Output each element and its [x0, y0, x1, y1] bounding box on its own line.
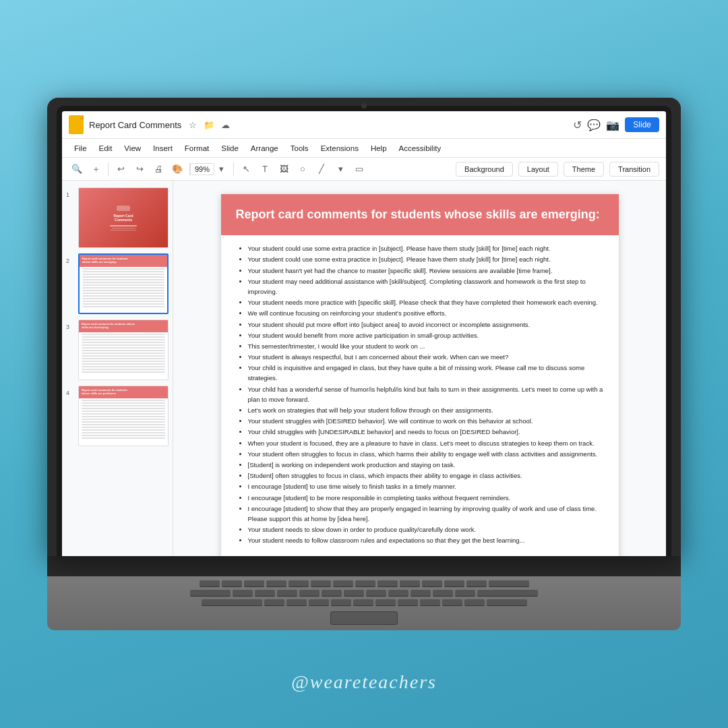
key: [366, 590, 386, 597]
camera: [361, 103, 367, 109]
menu-extensions[interactable]: Extensions: [315, 142, 364, 154]
slide-thumbnail-3[interactable]: Report card comment for students whosesk…: [78, 320, 169, 380]
cursor-btn[interactable]: ↖: [238, 161, 254, 177]
menu-view[interactable]: View: [119, 142, 146, 154]
bullet-item: Let's work on strategies that will help …: [248, 405, 604, 415]
title-bar: Report Card Comments ☆ 📁 ☁ ↺ 💬 📷 Slide: [62, 111, 666, 139]
bullet-item: Your student could use some extra practi…: [248, 243, 604, 253]
top-right-actions: ↺ 💬 📷 Slide: [573, 117, 659, 132]
bullet-item: I encourage [student] to use time wisely…: [248, 481, 604, 491]
keyboard-area: [47, 576, 681, 630]
toolbar-divider-3: [233, 162, 234, 176]
search-toolbar-btn[interactable]: 🔍: [69, 161, 85, 177]
keyboard-row-2: [67, 590, 661, 597]
bullet-item: Your student often struggles to focus in…: [248, 449, 604, 459]
key: [333, 580, 353, 587]
bullet-item: Your student could use some extra practi…: [248, 254, 604, 264]
key: [233, 590, 253, 597]
bullet-item: I encourage [student] to be more respons…: [248, 493, 604, 503]
zoom-display: 99%: [190, 163, 214, 175]
textbox-btn[interactable]: ▭: [351, 161, 367, 177]
thumb-3-header: Report card comment for students whosesk…: [82, 323, 135, 330]
menu-help[interactable]: Help: [365, 142, 392, 154]
video-icon[interactable]: 📷: [606, 119, 619, 131]
print-btn[interactable]: 🖨: [150, 161, 166, 177]
key: [388, 590, 408, 597]
zoom-dropdown-btn[interactable]: ▾: [213, 161, 229, 177]
slide-thumbnail-1[interactable]: Report CardComments: [78, 187, 169, 248]
slides-main: 1 Report CardComments: [62, 181, 666, 556]
thumb-4-header: Report card comments for studentswhose s…: [82, 389, 127, 396]
key: [286, 599, 307, 606]
paint-btn[interactable]: 🎨: [169, 161, 185, 177]
key: [442, 599, 462, 606]
menu-bar: File Edit View Insert Format Slide Arran…: [62, 139, 666, 158]
bullet-list: Your student could use some extra practi…: [236, 243, 604, 545]
text-btn[interactable]: T: [257, 161, 273, 177]
key: [377, 580, 398, 587]
key-shift-r: [487, 599, 527, 606]
slide-thumbnail-2[interactable]: Report card comments for studentswhose s…: [78, 253, 169, 314]
key: [398, 599, 418, 606]
menu-format[interactable]: Format: [179, 142, 214, 154]
toolbar-divider-1: [108, 162, 109, 176]
image-btn[interactable]: 🖼: [276, 161, 292, 177]
key: [411, 590, 431, 597]
history-icon[interactable]: ↺: [573, 119, 582, 131]
cloud-icon[interactable]: ☁: [219, 119, 231, 131]
menu-file[interactable]: File: [69, 142, 92, 154]
key: [255, 590, 275, 597]
google-slides-icon: [69, 115, 84, 134]
folder-icon[interactable]: 📁: [203, 119, 215, 131]
touchpad[interactable]: [330, 611, 398, 625]
transition-btn[interactable]: Transition: [609, 162, 659, 177]
document-title: Report Card Comments: [89, 120, 181, 130]
key: [375, 599, 396, 606]
star-icon[interactable]: ☆: [187, 119, 199, 131]
shape-btn[interactable]: ○: [295, 161, 311, 177]
key-tab: [190, 590, 231, 597]
bullet-item: [Student] often struggles to focus in cl…: [248, 471, 604, 481]
redo-btn[interactable]: ↪: [131, 161, 148, 177]
thumb-2-header: Report card comments for studentswhose s…: [82, 257, 128, 264]
laptop-screen-outer: Report Card Comments ☆ 📁 ☁ ↺ 💬 📷 Slide: [47, 98, 681, 556]
key: [344, 590, 364, 597]
key: [400, 580, 420, 587]
menu-accessibility[interactable]: Accessibility: [394, 142, 447, 154]
key-caps: [202, 599, 262, 606]
key: [444, 580, 464, 587]
bullet-item: [Student] is working on independent work…: [248, 460, 604, 470]
keyboard-row-3: [67, 599, 661, 606]
undo-btn[interactable]: ↩: [113, 161, 129, 177]
slide-thumbnail-4[interactable]: Report card comments for studentswhose s…: [78, 386, 169, 446]
zoom-in-btn[interactable]: ＋: [88, 161, 104, 177]
slide-thumb-wrap-2: 2 Report card comments for studentswhose…: [66, 253, 169, 314]
slideshow-button[interactable]: Slide: [625, 117, 659, 132]
key: [322, 590, 342, 597]
bullet-item: Your student hasn't yet had the chance t…: [248, 266, 604, 276]
background-btn[interactable]: Background: [456, 162, 513, 177]
bullet-item: Your student needs to follow classroom r…: [248, 535, 604, 545]
slide-number-3: 3: [66, 320, 74, 330]
menu-tools[interactable]: Tools: [285, 142, 314, 154]
menu-insert[interactable]: Insert: [148, 142, 178, 154]
menu-slide[interactable]: Slide: [216, 142, 244, 154]
bullet-item: Your student needs to slow down in order…: [248, 524, 604, 535]
slide-thumb-wrap-3: 3 Report card comment for students whose…: [66, 320, 169, 380]
line-btn[interactable]: ╱: [313, 161, 330, 177]
bullet-item: Your student is always respectful, but I…: [248, 352, 604, 362]
layout-btn[interactable]: Layout: [518, 162, 558, 177]
menu-edit[interactable]: Edit: [94, 142, 118, 154]
slide-thumb-wrap-1: 1 Report CardComments: [66, 187, 169, 248]
watermark: @weareteachers: [0, 671, 728, 693]
zoom-level-btn[interactable]: 99%: [194, 161, 210, 177]
more-btn[interactable]: ▾: [332, 161, 348, 177]
screen-bottom-edge: [47, 556, 681, 576]
key: [266, 580, 286, 587]
menu-arrange[interactable]: Arrange: [245, 142, 284, 154]
theme-btn[interactable]: Theme: [564, 162, 604, 177]
bullet-item: Your child struggles with [UNDESIRABLE b…: [248, 427, 604, 437]
slide-header-title: Report card comments for students whose …: [236, 206, 604, 223]
bullet-item: When your student is focused, they are a…: [248, 438, 604, 448]
comments-icon[interactable]: 💬: [587, 119, 601, 131]
